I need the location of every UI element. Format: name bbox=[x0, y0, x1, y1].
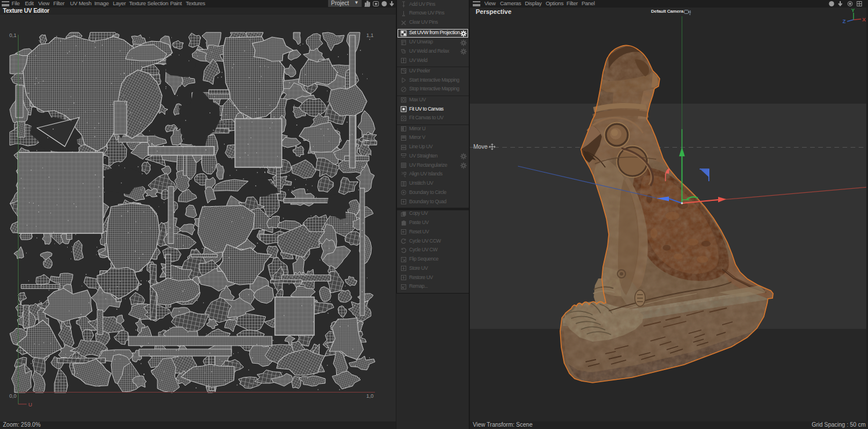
svg-text:1,0: 1,0 bbox=[366, 393, 374, 399]
svg-text:Z: Z bbox=[843, 19, 846, 24]
svg-text:0,1: 0,1 bbox=[9, 32, 17, 38]
svg-text:Y: Y bbox=[851, 8, 855, 13]
svg-text:X: X bbox=[862, 17, 866, 23]
svg-text:1,1: 1,1 bbox=[366, 32, 374, 38]
svg-text:U: U bbox=[28, 402, 32, 408]
svg-text:0,0: 0,0 bbox=[9, 393, 17, 399]
